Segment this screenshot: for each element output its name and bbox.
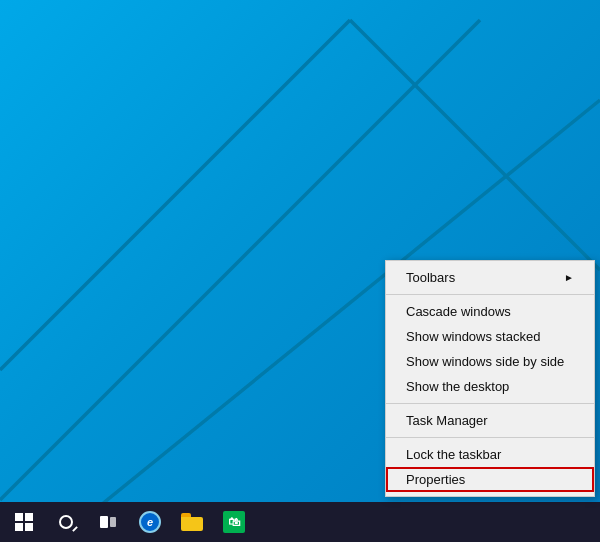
store-icon: 🛍 [223, 511, 245, 533]
file-explorer-button[interactable] [172, 504, 212, 540]
context-menu: Toolbars ► Cascade windows Show windows … [385, 260, 595, 497]
internet-explorer-icon: e [139, 511, 161, 533]
file-explorer-icon [181, 513, 203, 531]
store-button[interactable]: 🛍 [214, 504, 254, 540]
menu-item-lock-taskbar[interactable]: Lock the taskbar [386, 442, 594, 467]
start-button[interactable] [4, 502, 44, 542]
menu-item-stacked[interactable]: Show windows stacked [386, 324, 594, 349]
menu-item-task-manager[interactable]: Task Manager [386, 408, 594, 433]
menu-separator-3 [386, 437, 594, 438]
svg-line-3 [350, 20, 600, 270]
search-icon [59, 515, 73, 529]
desktop: Toolbars ► Cascade windows Show windows … [0, 0, 600, 542]
menu-item-cascade[interactable]: Cascade windows [386, 299, 594, 324]
menu-separator-1 [386, 294, 594, 295]
task-view-button[interactable] [88, 504, 128, 540]
taskbar: e 🛍 [0, 502, 600, 542]
internet-explorer-button[interactable]: e [130, 504, 170, 540]
search-button[interactable] [46, 504, 86, 540]
submenu-arrow-icon: ► [564, 272, 574, 283]
windows-logo-icon [15, 513, 33, 531]
svg-line-0 [0, 20, 350, 370]
menu-item-toolbars[interactable]: Toolbars ► [386, 265, 594, 290]
menu-item-side-by-side[interactable]: Show windows side by side [386, 349, 594, 374]
menu-item-show-desktop[interactable]: Show the desktop [386, 374, 594, 399]
menu-item-properties[interactable]: Properties [386, 467, 594, 492]
task-view-icon [100, 516, 116, 528]
menu-separator-2 [386, 403, 594, 404]
